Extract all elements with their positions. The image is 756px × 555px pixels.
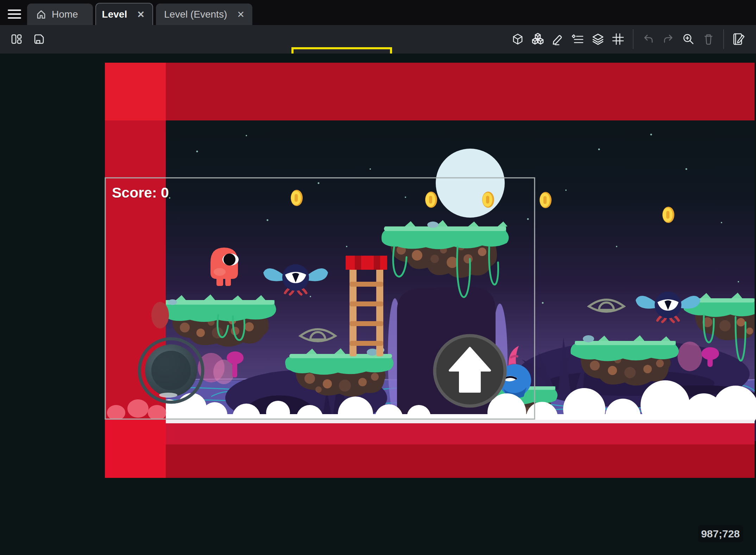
scene-editor-canvas[interactable]: Score: 0 987;728 xyxy=(0,54,756,555)
undo-icon[interactable] xyxy=(640,29,656,49)
coin[interactable] xyxy=(425,192,437,208)
coin[interactable] xyxy=(291,190,303,206)
menu-icon[interactable] xyxy=(8,10,21,19)
instance-list-icon[interactable] xyxy=(570,29,586,49)
level-scene xyxy=(0,54,756,555)
jump-button[interactable] xyxy=(435,336,505,406)
coin[interactable] xyxy=(482,192,494,208)
app-window: Home Level ✕ Level (Events) ✕ xyxy=(0,0,756,555)
home-icon xyxy=(36,9,47,20)
tab-level[interactable]: Level ✕ xyxy=(95,3,153,25)
cursor-coordinates-badge: 987;728 xyxy=(698,525,743,542)
tab-level-events[interactable]: Level (Events) ✕ xyxy=(156,4,252,25)
paint-icon[interactable] xyxy=(550,29,566,49)
redo-icon[interactable] xyxy=(660,29,676,49)
moon[interactable] xyxy=(436,149,505,218)
tab-home[interactable]: Home xyxy=(27,4,93,25)
layers-icon[interactable] xyxy=(590,29,606,49)
edit-events-icon[interactable] xyxy=(731,29,747,49)
grid-icon[interactable] xyxy=(610,29,626,49)
close-icon[interactable]: ✕ xyxy=(237,10,245,19)
tab-label: Home xyxy=(52,9,78,20)
tab-label: Level (Events) xyxy=(164,9,227,20)
close-icon[interactable]: ✕ xyxy=(137,10,145,19)
save-icon[interactable] xyxy=(31,29,47,49)
editor-toolbar: Preview Publish xyxy=(0,25,756,54)
add-object-icon[interactable] xyxy=(510,29,526,49)
coin[interactable] xyxy=(540,192,552,208)
instances-icon[interactable] xyxy=(530,29,546,49)
score-hud: Score: 0 xyxy=(112,185,169,201)
panel-layout-icon[interactable] xyxy=(8,29,25,49)
tab-label: Level xyxy=(102,9,127,20)
zoom-in-icon[interactable] xyxy=(680,29,697,49)
delete-icon[interactable] xyxy=(700,29,717,49)
coin[interactable] xyxy=(662,207,674,223)
virtual-joystick[interactable] xyxy=(139,339,203,402)
tab-bar: Home Level ✕ Level (Events) ✕ xyxy=(0,0,756,25)
